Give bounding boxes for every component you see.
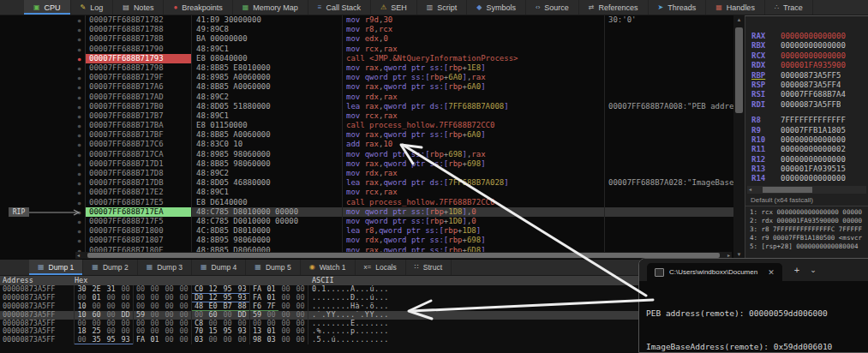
disasm-row[interactable]: ●00007FF688B717E248:89C1mov rcx,rax [0, 188, 733, 197]
dump-tab-watch-1[interactable]: ◉Watch 1 [301, 260, 356, 275]
tab-threads[interactable]: ➤Threads [649, 0, 707, 15]
breakpoint-dot[interactable]: ● [74, 159, 85, 169]
dump-tab-dump-2[interactable]: ▦Dump 2 [83, 260, 137, 275]
dump-tab-dump-3[interactable]: ▦Dump 3 [138, 260, 192, 275]
instruction-comment [604, 140, 733, 149]
tab-symbols[interactable]: ◆Symbols [467, 0, 526, 15]
tab-notes[interactable]: ▤Notes [113, 0, 164, 15]
breakpoint-dot[interactable]: ● [74, 63, 85, 73]
close-icon[interactable]: ✕ [768, 268, 775, 277]
tab-references[interactable]: ⇄References [579, 0, 649, 15]
terminal-tab[interactable]: C:\Users\windboxx\Documen ✕ [647, 263, 782, 281]
disasm-row[interactable]: ●00007FF688B717C648:83C0 10add rax,10 [0, 140, 733, 149]
breakpoint-dot[interactable]: ● [74, 102, 85, 111]
tab-handles[interactable]: ▦Handles [706, 0, 765, 15]
register-row[interactable]: R1400000000000000 [745, 174, 868, 183]
register-row[interactable]: RDX000001FA935900 [745, 61, 868, 70]
register-row[interactable]: R1100000000000002 [745, 145, 868, 154]
tab-source[interactable]: ‹›Source [526, 0, 579, 15]
disasm-row[interactable]: ●00007FF688B717BAE8 01150000call process… [0, 121, 733, 130]
disasm-row[interactable]: ●00007FF688B717A648:8B85 A0060000mov rax… [0, 82, 733, 92]
tab-log[interactable]: ✎Log [71, 0, 114, 15]
scroll-up-icon[interactable]: ▲ [733, 15, 745, 24]
disasm-row[interactable]: ●00007FF688B7178BBA 00000000mov edx,0 [0, 34, 733, 44]
breakpoint-dot[interactable]: ● [74, 150, 85, 159]
disasm-row[interactable]: ●00007FF688B7179048:89C1mov rcx,rax [0, 45, 733, 54]
tab-memory-map[interactable]: ▦Memory Map [233, 0, 308, 15]
breakpoint-dot[interactable]: ● [74, 226, 85, 236]
tab-cpu[interactable]: ▣CPU [24, 0, 71, 15]
disasm-row[interactable]: ●00007FF688B717DB48:8D05 46880000lea rax… [0, 178, 733, 188]
breakpoint-dot[interactable]: ● [74, 198, 85, 207]
register-row[interactable]: RBP00000873A5FF5 [745, 71, 868, 81]
tab-script[interactable]: ▥Script [417, 0, 468, 15]
breakpoint-dot[interactable]: ● [74, 54, 85, 63]
disasm-row[interactable]: ●00007FF688B7178849:89C8mov r8,rcx [0, 25, 733, 34]
dump-tab-struct[interactable]: ∷Struct [406, 260, 452, 275]
breakpoint-dot[interactable]: ● [74, 82, 85, 92]
breakpoint-dot[interactable]: ● [74, 45, 85, 54]
breakpoint-dot[interactable]: ● [74, 236, 85, 245]
breakpoint-dot[interactable]: ● [74, 178, 85, 188]
breakpoint-dot[interactable]: ● [74, 217, 85, 226]
dump-icon: ▦ [201, 264, 207, 271]
disasm-row[interactable]: ●00007FF688B7179F48:8985 A0060000mov qwo… [0, 73, 733, 82]
disasm-row[interactable]: ●00007FF688B717E5E8 D6140000call process… [0, 198, 733, 207]
tab-breakpoints[interactable]: ●Breakpoints [164, 0, 232, 15]
register-row[interactable]: RSI00007FF688B7A4 [745, 90, 868, 99]
tab-dropdown-button[interactable]: ⌄ [810, 266, 817, 274]
breakpoint-dot[interactable]: ● [74, 25, 85, 34]
breakpoint-dot[interactable]: ● [74, 73, 85, 82]
dump-tab-locals[interactable]: x=Locals [356, 260, 406, 275]
breakpoint-dot[interactable]: ● [74, 111, 85, 121]
scroll-left-icon[interactable]: ◂ [749, 186, 751, 193]
disasm-row[interactable]: ●00007FF688B717D848:89C2mov rdx,rax [0, 169, 733, 178]
register-row[interactable]: R900007FFB1A1805 [745, 126, 868, 135]
scrollbar-thumb[interactable] [735, 27, 743, 113]
disasm-row[interactable]: ●00007FF688B7179848:8B85 E8010000mov rax… [0, 63, 733, 73]
register-row[interactable]: RAX00000000000000 [745, 32, 868, 41]
dump-tab-dump-5[interactable]: ▦Dump 5 [246, 260, 300, 275]
disasm-row[interactable]: ●00007FF688B7180748:8B95 98060000mov rdx… [0, 236, 733, 245]
disasm-row[interactable]: ●00007FF688B718004C:8D85 D8010000lea r8,… [0, 226, 733, 236]
scroll-left-icon[interactable]: ◂ [77, 252, 80, 259]
breakpoint-dot[interactable]: ● [74, 169, 85, 178]
breakpoint-dot[interactable]: ● [74, 130, 85, 140]
breakpoint-dot[interactable]: ● [74, 93, 85, 102]
register-row[interactable]: RSP00000873A5FF4 [745, 81, 868, 90]
disassembly-horizontal-scrollbar[interactable]: ◂ ▸ [75, 252, 732, 259]
register-row[interactable]: R87FFFFFFFFFFFFF [745, 116, 868, 125]
scrollbar-thumb[interactable] [87, 253, 720, 258]
new-tab-button[interactable]: + [794, 265, 799, 275]
disasm-row[interactable]: ●00007FF688B717F548:C785 D0010000 00000m… [0, 217, 733, 226]
scrollbar-thumb[interactable] [763, 187, 812, 193]
disasm-row[interactable]: ●00007FF688B717CA48:8985 98060000mov qwo… [0, 150, 733, 159]
register-row[interactable]: R1200000000000000 [745, 155, 868, 165]
breakpoint-dot[interactable]: ● [74, 34, 85, 44]
disassembly-vertical-scrollbar[interactable]: ▲ ▼ [733, 15, 745, 259]
breakpoint-dot[interactable]: ● [74, 207, 85, 217]
register-row[interactable]: R1000000000000000 [745, 135, 868, 145]
disasm-row[interactable]: ●00007FF688B717B048:8D05 51880000lea rax… [0, 102, 733, 111]
disasm-row[interactable]: ●00007FF688B717EA48:C785 D8010000 00000m… [0, 207, 733, 217]
disasm-row[interactable]: ●00007FF688B7178241:B9 30000000mov r9d,3… [0, 15, 733, 25]
disasm-row[interactable]: ●00007FF688B717D148:8B85 98060000mov rax… [0, 159, 733, 169]
disasm-row[interactable]: ●00007FF688B71793E8 08040000call <JMP.&N… [0, 54, 733, 63]
tab-call-stack[interactable]: ≡Call Stack [308, 0, 371, 15]
registers-horizontal-scrollbar[interactable]: ◂ [747, 186, 866, 194]
register-row[interactable]: R13000001FA939515 [745, 165, 868, 174]
disasm-row[interactable]: ●00007FF688B717B748:89C1mov rcx,rax [0, 111, 733, 121]
disasm-row[interactable]: ●00007FF688B717AD48:89C2mov rdx,rax [0, 93, 733, 102]
register-row[interactable]: RCX00000000000000 [745, 51, 868, 61]
tab-trace[interactable]: ∴Trace [765, 0, 813, 15]
dump-tab-dump-1[interactable]: ▦Dump 1 [29, 260, 83, 275]
dump-tab-dump-4[interactable]: ▦Dump 4 [192, 260, 246, 275]
register-row[interactable]: RBX00000000000000 [745, 41, 868, 51]
breakpoint-dot[interactable]: ● [74, 140, 85, 149]
breakpoint-dot[interactable]: ● [74, 188, 85, 197]
tab-seh[interactable]: ⚠SEH [371, 0, 417, 15]
breakpoint-dot[interactable]: ● [74, 15, 85, 25]
disasm-row[interactable]: ●00007FF688B717BF48:8B85 A0060000mov rax… [0, 130, 733, 140]
breakpoint-dot[interactable]: ● [74, 121, 85, 130]
register-row[interactable]: RDI00000873A5FFB [745, 100, 868, 110]
